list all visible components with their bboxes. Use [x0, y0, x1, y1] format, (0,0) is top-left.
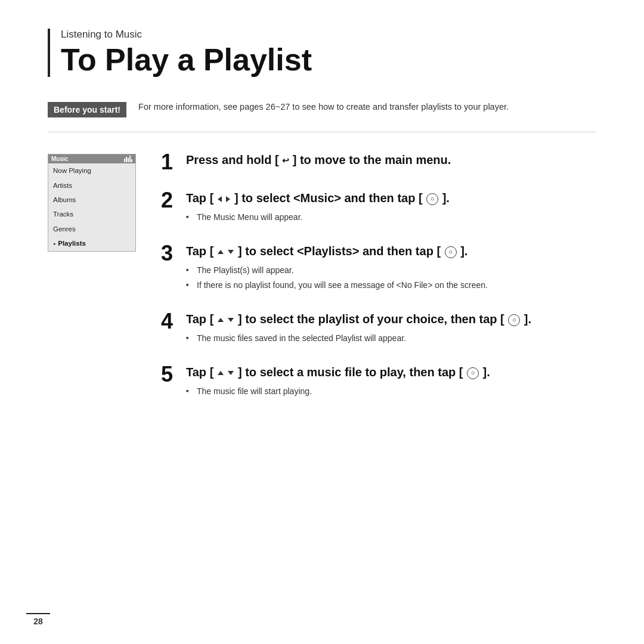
back-icon: ↩ — [282, 156, 289, 165]
step-3-number: 3 — [161, 243, 178, 264]
page-title: To Play a Playlist — [61, 43, 596, 77]
step-2: 2 Tap [ ] to select <Music> and then tap… — [161, 190, 596, 226]
step-3-note-1: The Playlist(s) will appear. — [186, 264, 596, 277]
step-3: 3 Tap [ ] to select <Playlists> and then… — [161, 243, 596, 294]
before-start-badge: Before you start! — [48, 102, 126, 117]
step-5-notes: The music file will start playing. — [186, 385, 596, 398]
page-header: Listening to Music To Play a Playlist — [48, 29, 596, 77]
confirm-button-icon-2: ○ — [445, 246, 457, 258]
step-4: 4 Tap [ ] to select the playlist of your… — [161, 311, 596, 347]
step-4-note-1: The music files saved in the selected Pl… — [186, 332, 596, 345]
menu-item-artists: Artists — [48, 178, 135, 193]
before-you-start-row: Before you start! For more information, … — [48, 101, 596, 132]
section-label: Listening to Music — [61, 29, 596, 41]
device-panel: Music Now Playing Artists Albums Tracks … — [48, 154, 143, 417]
arrow-down-icon-2 — [228, 318, 234, 322]
menu-item-playlists: Playlists — [48, 236, 135, 250]
step-5-note-1: The music file will start playing. — [186, 385, 596, 398]
page-number: 28 — [26, 613, 50, 626]
step-5-title: Tap [ ] to select a music file to play, … — [186, 364, 596, 380]
step-1-title: Press and hold [ ↩ ] to move to the main… — [186, 151, 596, 168]
step-4-notes: The music files saved in the selected Pl… — [186, 332, 596, 345]
device-screen-header: Music — [48, 154, 135, 163]
confirm-button-icon: ○ — [426, 193, 438, 205]
step-5-content: Tap [ ] to select a music file to play, … — [186, 364, 596, 400]
arrow-up-icon-2 — [218, 318, 224, 322]
step-3-title: Tap [ ] to select <Playlists> and then t… — [186, 243, 596, 259]
step-1-content: Press and hold [ ↩ ] to move to the main… — [186, 151, 596, 173]
step-3-content: Tap [ ] to select <Playlists> and then t… — [186, 243, 596, 294]
step-3-notes: The Playlist(s) will appear. If there is… — [186, 264, 596, 292]
arrow-right-icon — [226, 196, 230, 202]
arrow-left-icon — [218, 196, 222, 202]
device-screen: Music Now Playing Artists Albums Tracks … — [48, 154, 136, 251]
steps-container: 1 Press and hold [ ↩ ] to move to the ma… — [161, 151, 596, 417]
step-1-number: 1 — [161, 151, 178, 173]
step-2-notes: The Music Menu will appear. — [186, 211, 596, 224]
step-2-number: 2 — [161, 190, 178, 211]
menu-item-genres: Genres — [48, 222, 135, 236]
step-4-number: 4 — [161, 311, 178, 332]
menu-item-albums: Albums — [48, 193, 135, 207]
step-2-content: Tap [ ] to select <Music> and then tap [… — [186, 190, 596, 226]
device-screen-title: Music — [51, 156, 68, 162]
step-5: 5 Tap [ ] to select a music file to play… — [161, 364, 596, 400]
step-2-title: Tap [ ] to select <Music> and then tap [… — [186, 190, 596, 206]
menu-item-now-playing: Now Playing — [48, 163, 135, 178]
step-2-note-1: The Music Menu will appear. — [186, 211, 596, 224]
arrow-up-icon-3 — [218, 371, 224, 375]
step-3-note-2: If there is no playlist found, you will … — [186, 279, 596, 292]
menu-item-tracks: Tracks — [48, 207, 135, 221]
arrow-up-icon — [218, 250, 224, 254]
step-1: 1 Press and hold [ ↩ ] to move to the ma… — [161, 151, 596, 173]
music-bars-icon — [124, 156, 132, 162]
step-4-title: Tap [ ] to select the playlist of your c… — [186, 311, 596, 327]
arrow-down-icon — [228, 250, 234, 254]
step-5-number: 5 — [161, 364, 178, 385]
before-start-text: For more information, see pages 26~27 to… — [138, 101, 509, 114]
main-content: Music Now Playing Artists Albums Tracks … — [48, 151, 596, 417]
step-4-content: Tap [ ] to select the playlist of your c… — [186, 311, 596, 347]
page: Listening to Music To Play a Playlist Be… — [0, 0, 644, 644]
arrow-down-icon-3 — [228, 371, 234, 375]
confirm-button-icon-3: ○ — [508, 314, 520, 326]
confirm-button-icon-4: ○ — [467, 367, 479, 379]
